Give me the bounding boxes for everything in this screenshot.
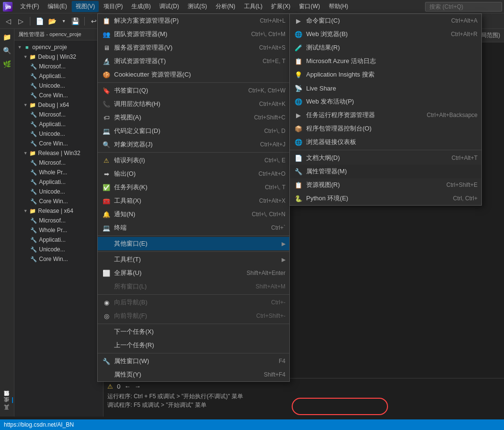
search-input[interactable] [425, 2, 502, 12]
menu-item-team-explorer[interactable]: 👥 团队资源管理器(M) Ctrl+\, Ctrl+M [98, 27, 289, 41]
toolbar-save-btn[interactable]: 💾 [70, 16, 80, 26]
tree-item-debug-x64[interactable]: ▼ 📁 Debug | x64 [14, 100, 103, 110]
tree-item-debug-win32[interactable]: ▼ 📁 Debug | Win32 [14, 52, 103, 62]
menu-item-notifications[interactable]: 🔔 通知(N) Ctrl+\, Ctrl+N [98, 208, 289, 221]
menu-item-terminal[interactable]: 💻 终端 Ctrl+` [98, 221, 289, 235]
toolbar-forward-btn[interactable]: ▷ [15, 16, 26, 26]
browser-link-icon: 🌐 [294, 137, 303, 147]
menu-item-class-view[interactable]: 🏷 类视图(A) Ctrl+Shift+C [98, 111, 289, 124]
tree-item-microsof3[interactable]: 🔧 Microsof... [14, 158, 103, 168]
tree-item-release-win32[interactable]: ▼ 📁 Release | Win32 [14, 148, 103, 158]
menu-item-object-browser[interactable]: 🔍 对象浏览器(J) Ctrl+Alt+J [98, 138, 289, 151]
task-runner-icon: ▶ [294, 110, 303, 120]
menu-item-cookiecutter[interactable]: 🍪 Cookiecutter 资源管理器(C) [98, 68, 289, 81]
tree-item-core4[interactable]: 🔧 Core Win... [14, 254, 103, 264]
toolbar-dropdown-btn[interactable]: ▾ [59, 16, 68, 26]
tree-item-root[interactable]: ▼ ■ opencv_proje [14, 42, 103, 52]
tree-item-applicati2[interactable]: 🔧 Applicati... [14, 119, 103, 129]
tree-item-unicode4[interactable]: 🔧 Unicode... [14, 245, 103, 254]
error-count: 0 [117, 383, 120, 390]
sidebar-tab-property[interactable]: 属性管理器 [1, 397, 13, 403]
tree-item-core2[interactable]: 🔧 Core Win... [14, 139, 103, 148]
submenu-item-property-manager[interactable]: 🔧 属性管理器(M) [290, 165, 481, 178]
submenu-item-azure-log[interactable]: 📋 Microsoft Azure 活动日志 [290, 54, 481, 68]
menu-tools[interactable]: 工具(L) [240, 1, 267, 12]
menu-analyze[interactable]: 分析(N) [212, 1, 239, 12]
submenu-item-test-results[interactable]: 🧪 测试结果(R) [290, 41, 481, 54]
menu-item-test-explorer[interactable]: 🔬 测试资源管理器(T) Ctrl+E, T [98, 54, 289, 68]
menu-item-output[interactable]: ➡ 输出(O) Ctrl+Alt+O [98, 167, 289, 181]
menu-item-property-window[interactable]: 🔧 属性窗口(W) F4 [98, 354, 289, 368]
menu-edit[interactable]: 编辑(E) [44, 1, 71, 12]
menu-help[interactable]: 帮助(H) [325, 1, 352, 12]
tree-item-unicode3[interactable]: 🔧 Unicode... [14, 187, 103, 196]
submenu-item-live-share[interactable]: 📡 Live Share [290, 81, 481, 95]
toolbar-new-btn[interactable]: 📄 [34, 16, 45, 26]
submenu-item-resource-view[interactable]: 📋 资源视图(R) Ctrl+Shift+E [290, 178, 481, 192]
menu-extend[interactable]: 扩展(X) [267, 1, 294, 12]
sidebar-tab-build[interactable]: 生成 [1, 404, 13, 410]
terminal-icon: 💻 [102, 223, 111, 233]
submenu-item-web-browser[interactable]: 🌐 Web 浏览器(B) Ctrl+Alt+R [290, 27, 481, 41]
menu-item-fullscreen[interactable]: ⬜ 全屏幕(U) Shift+Alt+Enter [98, 266, 289, 280]
nav-forward-btn[interactable]: → [134, 383, 141, 390]
menu-test[interactable]: 测试(S) [184, 1, 211, 12]
sidebar-tab-tools[interactable]: 工具 [1, 411, 13, 417]
menu-item-code-definition[interactable]: 💻 代码定义窗口(D) Ctrl+\, D [98, 124, 289, 138]
menu-build[interactable]: 生成(B) [128, 1, 155, 12]
toolbar-back-btn[interactable]: ◁ [3, 16, 13, 26]
menu-item-toolbox[interactable]: 🧰 工具箱(X) Ctrl+Alt+X [98, 194, 289, 208]
nav-back-btn[interactable]: ← [124, 383, 130, 390]
property-manager-icon: 🔧 [294, 167, 303, 176]
submenu-item-command[interactable]: ▶ 命令窗口(C) Ctrl+Alt+A [290, 14, 481, 27]
menu-item-call-hierarchy[interactable]: 📞 调用层次结构(H) Ctrl+Alt+K [98, 97, 289, 111]
submenu-item-web-publish[interactable]: 🌐 Web 发布活动(P) [290, 95, 481, 108]
submenu-item-task-runner[interactable]: ▶ 任务运行程序资源管理器 Ctrl+Alt+Backsapce [290, 108, 481, 122]
menu-item-property-page[interactable]: 属性页(Y) Shift+F4 [98, 368, 289, 381]
tree-item-core1[interactable]: 🔧 Core Win... [14, 91, 103, 100]
package-manager-icon: 📦 [294, 124, 303, 133]
submenu-item-package-manager[interactable]: 📦 程序包管理器控制台(O) [290, 122, 481, 135]
tree-item-unicode2[interactable]: 🔧 Unicode... [14, 129, 103, 139]
tree-item-microsof4[interactable]: 🔧 Microsof... [14, 216, 103, 225]
command-window-icon: ▶ [294, 16, 303, 26]
menu-item-other-windows[interactable]: 其他窗口(E) ▶ [98, 237, 289, 250]
tree-item-applicati3[interactable]: 🔧 Applicati... [14, 177, 103, 187]
submenu-item-python-env[interactable]: 🐍 Python 环境(E) Ctrl, Ctrl+ [290, 192, 481, 205]
web-browser-icon: 🌐 [294, 29, 303, 39]
menu-item-server-explorer[interactable]: 🖥 服务器资源管理器(V) Ctrl+Alt+S [98, 41, 289, 54]
tree-item-wholepro1[interactable]: 🔧 Whole Pr... [14, 168, 103, 177]
menu-item-all-windows[interactable]: 所有窗口(L) Shift+Alt+M [98, 280, 289, 293]
submenu-item-document-outline[interactable]: 📄 文档大纲(D) Ctrl+Alt+T [290, 151, 481, 165]
menu-project[interactable]: 项目(P) [100, 1, 127, 12]
tree-item-unicode1[interactable]: 🔧 Unicode... [14, 81, 103, 91]
sidebar-search-icon[interactable]: 🔍 [1, 44, 13, 57]
tree-item-release-x64[interactable]: ▼ 📁 Release | x64 [14, 206, 103, 216]
menu-item-next-task[interactable]: 下一个任务(X) [98, 325, 289, 339]
menu-item-solution-explorer[interactable]: 📋 解决方案资源管理器(P) Ctrl+Alt+L [98, 14, 289, 27]
menu-item-task-list[interactable]: ✅ 任务列表(K) Ctrl+\, T [98, 181, 289, 194]
submenu-item-browser-link[interactable]: 🌐 浏览器链接仪表板 [290, 135, 481, 149]
menu-item-back-nav[interactable]: ◉ 向后导航(B) Ctrl+- [98, 296, 289, 309]
menu-file[interactable]: 文件(F) [16, 1, 43, 12]
tree-item-wholepro2[interactable]: 🔧 Whole Pr... [14, 225, 103, 235]
menu-item-error-list[interactable]: ⚠ 错误列表(I) Ctrl+\, E [98, 154, 289, 167]
menu-item-toolbar[interactable]: 工具栏(T) ▶ [98, 253, 289, 266]
menu-debug[interactable]: 调试(D) [155, 1, 183, 12]
tree-item-core3[interactable]: 🔧 Core Win... [14, 196, 103, 206]
sidebar-source-icon[interactable]: 🌿 [1, 58, 13, 70]
tree-label-unicode2: Unicode... [39, 130, 65, 137]
tree-icon-core1: 🔧 [30, 91, 38, 99]
tree-item-microsof1[interactable]: 🔧 Microsof... [14, 62, 103, 71]
menu-item-forward-nav[interactable]: ◎ 向前导航(F) Ctrl+Shift+- [98, 309, 289, 323]
tree-item-applicati4[interactable]: 🔧 Applicati... [14, 235, 103, 245]
menu-view[interactable]: 视图(V) [72, 1, 99, 12]
menu-window[interactable]: 窗口(W) [295, 1, 323, 12]
tree-item-microsof2[interactable]: 🔧 Microsof... [14, 110, 103, 119]
submenu-item-app-insights[interactable]: 💡 Application Insights 搜索 [290, 68, 481, 81]
menu-item-prev-task[interactable]: 上一个任务(R) [98, 339, 289, 352]
tree-item-applicati1[interactable]: 🔧 Applicati... [14, 71, 103, 81]
menu-item-bookmarks[interactable]: 🔖 书签窗口(Q) Ctrl+K, Ctrl+W [98, 84, 289, 97]
toolbar-open-btn[interactable]: 📂 [47, 16, 57, 26]
sidebar-solution-icon[interactable]: 📁 [1, 31, 13, 43]
